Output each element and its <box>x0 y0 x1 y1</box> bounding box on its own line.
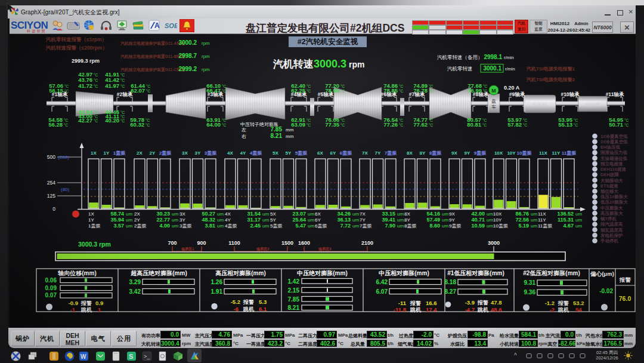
svg-text:EH油压低: EH油压低 <box>600 144 620 150</box>
svg-text:um: um <box>217 223 224 229</box>
svg-text:°C: °C <box>94 119 98 123</box>
svg-text:°C: °C <box>64 89 69 93</box>
svg-text:1500: 1500 <box>281 240 293 246</box>
svg-text:跳机: 跳机 <box>558 307 569 313</box>
svg-text:°C: °C <box>340 89 345 93</box>
svg-text:°C: °C <box>482 118 487 122</box>
svg-text:6盖振: 6盖振 <box>315 223 327 229</box>
svg-text:-4.7: -4.7 <box>465 306 475 313</box>
svg-text:偏心(μm): 偏心(μm) <box>590 270 614 277</box>
svg-text:50.71: 50.71 <box>609 121 623 128</box>
svg-text:10盖振: 10盖振 <box>493 223 508 229</box>
svg-text:42.00: 42.00 <box>471 211 485 217</box>
svg-text:中压绝对膨胀(mm): 中压绝对膨胀(mm) <box>297 270 347 276</box>
svg-text:5.47: 5.47 <box>295 223 306 229</box>
svg-text:°C: °C <box>94 78 98 82</box>
svg-text:高压相对膨胀(mm): 高压相对膨胀(mm) <box>215 270 265 276</box>
svg-text:4Y: 4Y <box>240 150 246 156</box>
svg-text:4盖振: 4盖振 <box>250 150 262 156</box>
svg-text:55.13: 55.13 <box>558 121 572 128</box>
svg-text:发电机: 发电机 <box>532 101 547 107</box>
svg-text:中压缸: 中压缸 <box>247 101 263 107</box>
svg-text:6X: 6X <box>315 211 321 217</box>
svg-text:1X: 1X <box>88 211 94 217</box>
svg-text:41.72: 41.72 <box>78 82 92 89</box>
svg-text:77.35: 77.35 <box>325 121 339 128</box>
svg-text:°C: °C <box>222 123 227 127</box>
svg-text:>_: >_ <box>144 353 150 359</box>
svg-text:2.45: 2.45 <box>250 223 261 229</box>
svg-text:um: um <box>126 211 132 217</box>
svg-text:10.59: 10.59 <box>471 223 485 229</box>
svg-text:°C: °C <box>624 123 629 127</box>
svg-text:(80): (80) <box>61 187 70 192</box>
svg-text:°C: °C <box>120 84 125 88</box>
svg-text:56.28: 56.28 <box>48 121 63 128</box>
svg-text:5X: 5X <box>270 211 276 217</box>
svg-text:°C: °C <box>624 118 629 122</box>
svg-text:°C: °C <box>146 89 151 93</box>
svg-text:7.90: 7.90 <box>385 223 395 229</box>
svg-text:0.07: 0.07 <box>45 292 57 299</box>
svg-text:°C: °C <box>64 84 69 88</box>
svg-text:um: um <box>217 217 224 223</box>
svg-text:um: um <box>575 211 582 217</box>
svg-text:254: 254 <box>47 180 55 186</box>
svg-text:57.82: 57.82 <box>507 121 522 128</box>
svg-text:2100: 2100 <box>361 240 373 246</box>
svg-text:-1: -1 <box>70 306 76 313</box>
svg-text:9盖振: 9盖振 <box>474 150 487 156</box>
svg-text:1盖振: 1盖振 <box>88 223 100 229</box>
svg-text:um: um <box>487 211 493 217</box>
svg-text:独立电超速: 独立电超速 <box>600 161 623 167</box>
svg-text:临界区3: 临界区3 <box>318 247 332 251</box>
svg-text:um: um <box>397 217 404 223</box>
svg-text:主油箱液位低: 主油箱液位低 <box>600 156 628 161</box>
svg-text:um: um <box>397 223 404 229</box>
svg-text:10Y: 10Y <box>493 217 502 223</box>
svg-text:-11: -11 <box>398 300 407 306</box>
svg-text:4X: 4X <box>225 211 231 217</box>
svg-text:汽机独立电超速保护装置G11-C转速: 汽机独立电超速保护装置G11-C转速 <box>120 67 185 72</box>
svg-text:3.42: 3.42 <box>129 288 141 295</box>
svg-text:跳机: 跳机 <box>80 307 92 313</box>
svg-text:°C: °C <box>222 84 227 88</box>
svg-text:润滑油压力低: 润滑油压力低 <box>600 150 628 155</box>
svg-text:7X: 7X <box>362 150 368 156</box>
svg-text:72.56: 72.56 <box>515 217 529 223</box>
svg-text:1低压缸: 1低压缸 <box>349 101 367 107</box>
svg-text:°C: °C <box>340 84 345 88</box>
svg-text:跳机: 跳机 <box>477 307 489 313</box>
svg-text:3000: 3000 <box>488 240 500 246</box>
svg-text:40.20: 40.20 <box>105 117 119 124</box>
svg-text:8X: 8X <box>404 211 410 217</box>
svg-text:48.6: 48.6 <box>491 306 502 313</box>
svg-text:11X: 11X <box>539 150 547 156</box>
svg-text:手动停机: 手动停机 <box>600 238 619 244</box>
svg-text:rpm: rpm <box>202 54 210 59</box>
svg-text:S: S <box>129 353 133 360</box>
svg-text:11Y: 11Y <box>538 217 546 223</box>
svg-text:1Y: 1Y <box>88 217 94 223</box>
svg-text:-11.8: -11.8 <box>394 306 406 313</box>
svg-text:°C: °C <box>399 118 404 122</box>
svg-text:9Y: 9Y <box>449 217 455 223</box>
svg-text:发电机保护: 发电机保护 <box>600 233 623 238</box>
svg-text:报警: 报警 <box>243 299 254 305</box>
svg-text:9.31: 9.31 <box>524 279 536 286</box>
svg-text:5Y: 5Y <box>286 150 292 156</box>
svg-text:大轴振动大: 大轴振动大 <box>600 178 623 183</box>
svg-text:°C: °C <box>429 89 434 93</box>
svg-text:4X: 4X <box>227 150 233 156</box>
svg-text:um: um <box>172 217 178 223</box>
svg-text:排汽温度高: 排汽温度高 <box>600 222 623 227</box>
svg-text:um: um <box>172 211 178 217</box>
svg-text:汽机零转速（备用）: 汽机零转速（备用） <box>437 54 483 60</box>
svg-text:4Y: 4Y <box>225 217 231 223</box>
svg-text:-0.02: -0.02 <box>599 288 613 294</box>
svg-text:um: um <box>575 217 582 223</box>
svg-text:5.3: 5.3 <box>259 299 267 305</box>
svg-text:6Y: 6Y <box>330 150 336 156</box>
svg-text:°C: °C <box>306 123 311 127</box>
svg-text:2#冷凝真空低: 2#冷凝真空低 <box>600 139 628 144</box>
